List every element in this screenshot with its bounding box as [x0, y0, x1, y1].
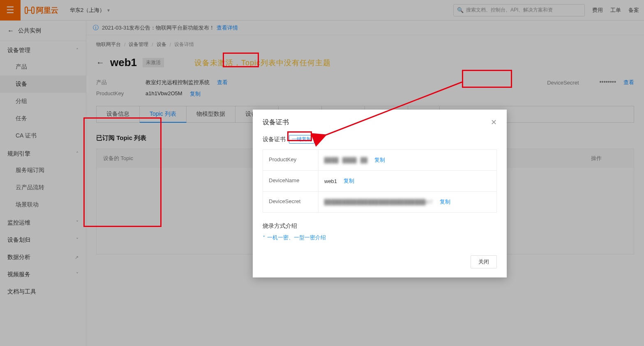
cert-productkey-value: ████ ████ ██ [324, 157, 368, 163]
burn-title: 烧录方式介绍 [263, 222, 497, 230]
cert-devicename-label: DeviceName [263, 171, 319, 191]
chevron-down-icon: ˅ [263, 235, 265, 241]
cert-devicesecret-label: DeviceSecret [263, 192, 319, 212]
device-cert-modal: 设备证书 ✕ 设备证书 一键复制 ProductKey ████ ████ ██… [253, 110, 507, 277]
cert-devicesecret-value: ████████████████████████████0f [324, 199, 433, 205]
copy-devicesecret-link[interactable]: 复制 [440, 198, 450, 206]
cert-table: ProductKey ████ ████ ██ 复制 DeviceName we… [263, 149, 497, 213]
close-icon[interactable]: ✕ [491, 118, 497, 127]
modal-close-button[interactable]: 关闭 [471, 255, 497, 268]
copy-devicename-link[interactable]: 复制 [344, 177, 354, 185]
burn-link[interactable]: ˅ 一机一密、一型一密介绍 [263, 234, 497, 241]
copy-productkey-link[interactable]: 复制 [374, 156, 385, 164]
cert-productkey-label: ProductKey [263, 150, 319, 170]
one-click-copy-button[interactable]: 一键复制 [289, 135, 314, 144]
cert-heading: 设备证书 [263, 136, 286, 143]
cert-devicename-value: web1 [324, 178, 337, 184]
modal-title: 设备证书 [263, 118, 289, 127]
